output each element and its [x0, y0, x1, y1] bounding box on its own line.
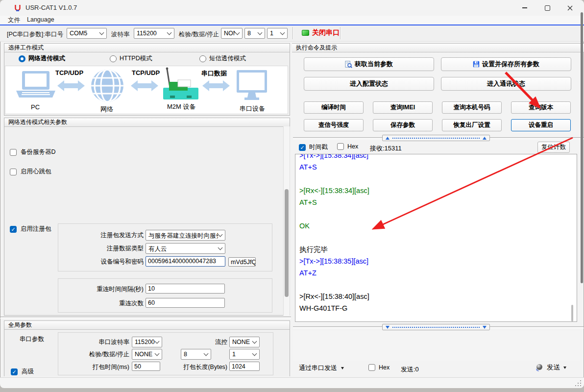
scrollbar-thumb[interactable]: [285, 189, 289, 297]
reg-type-select[interactable]: 有人云: [146, 243, 225, 254]
chevron-down-icon: [218, 232, 223, 237]
reconnect-fieldset: 重连时间间隔(秒) 10 重连次数 60: [58, 278, 272, 313]
databits-select[interactable]: 8: [244, 28, 265, 39]
flow-select[interactable]: NONE: [229, 337, 260, 347]
reconnect-interval-input[interactable]: 10: [146, 284, 225, 294]
checkbox-icon: [368, 364, 375, 371]
chevron-down-icon: [155, 351, 160, 356]
send-textarea[interactable]: [293, 331, 580, 361]
regpack-fieldset: 注册包发送方式 与服务器建立连接时向服务 注册数据类型 有人云 设备编号和密码 …: [58, 223, 272, 271]
baud-select[interactable]: 115200: [134, 28, 174, 39]
reconnect-times-label: 重连次数: [62, 299, 144, 308]
window-scrollbar-thumb[interactable]: [581, 12, 583, 283]
save-params-button[interactable]: 保存参数: [373, 119, 433, 131]
topology-diagram: TCP/UDP TCP/UDP 串口数据 PC 网络 M2M 设备 串口设备: [5, 66, 288, 114]
device-restart-button[interactable]: 设备重启: [511, 119, 571, 131]
menu-language[interactable]: Language: [27, 16, 54, 23]
chevron-down-icon: [204, 351, 209, 356]
title-bar: USR-CAT1 V1.0.7: [0, 0, 584, 16]
app-window: USR-CAT1 V1.0.7 文件 Language [PC串口参数]:串口号…: [0, 0, 584, 388]
query-number-button[interactable]: 查询本机号码: [442, 101, 502, 114]
log-area[interactable]: >[Tx->][15:38:34][asc]AT+S >[Rx<-][15:38…: [295, 154, 577, 322]
link-label: 串口数据: [201, 69, 227, 78]
g-databits-select[interactable]: 8: [181, 349, 211, 360]
node-label: 串口设备: [240, 104, 265, 113]
maximize-button[interactable]: [536, 0, 559, 16]
pc-port-label: [PC串口参数]:串口号: [7, 30, 63, 39]
heartbeat-checkbox[interactable]: 启用心跳包: [10, 168, 51, 176]
received-count: 接收:15311: [370, 144, 402, 153]
minimize-button[interactable]: [513, 0, 536, 16]
reconnect-times-input[interactable]: 60: [146, 298, 225, 308]
g-stopbits-select[interactable]: 1: [229, 349, 260, 360]
m2m-module-icon: [163, 68, 198, 99]
set-save-all-button[interactable]: 设置并保存所有参数: [441, 57, 571, 71]
log-line: >[Rx<-][15:38:40][asc]: [299, 291, 577, 302]
com-port-select[interactable]: COM5: [67, 28, 107, 39]
log-splitter-handle[interactable]: [382, 135, 490, 141]
log-line: [299, 173, 577, 185]
log-line: AT+S: [299, 161, 577, 173]
log-line: [299, 232, 577, 244]
pack-len-label: 打包长度(Bytes): [171, 363, 227, 371]
query-imei-button[interactable]: 查询IMEI: [373, 101, 433, 114]
timestamp-checkbox[interactable]: ✓ 时间戳: [299, 143, 328, 151]
send-via-serial-dropdown[interactable]: 通过串口发送: [299, 364, 344, 372]
reset-count-button[interactable]: 复位计数: [537, 142, 570, 153]
enter-config-button[interactable]: 进入配置状态: [304, 77, 434, 91]
parity-select[interactable]: NONI: [221, 28, 243, 39]
link-label: TCP/UDP: [132, 69, 160, 76]
reg-send-mode-select[interactable]: 与服务器建立连接时向服务: [146, 230, 225, 241]
pack-len-input[interactable]: 1024: [229, 362, 260, 371]
send-hex-checkbox[interactable]: Hex: [368, 364, 389, 371]
serial-device-icon: [237, 70, 267, 100]
log-scrollbar-thumb[interactable]: [571, 305, 573, 321]
left-panel-scrollbar[interactable]: [283, 126, 290, 316]
collapse-down-icon: [483, 326, 487, 329]
chevron-down-icon: [99, 30, 104, 35]
g-baud-select[interactable]: 115200: [132, 337, 162, 347]
close-button[interactable]: [559, 0, 581, 16]
log-line: >[Tx->][15:38:34][asc]: [299, 154, 577, 161]
baud-label: 波特率: [111, 30, 130, 39]
close-port-button[interactable]: 关闭串口: [312, 28, 340, 37]
pack-time-input[interactable]: 50: [132, 362, 160, 371]
left-splitter[interactable]: [0, 317, 291, 318]
log-line: AT+S: [299, 196, 577, 208]
checkbox-checked-icon: ✓: [10, 226, 17, 233]
log-line: [299, 208, 577, 220]
radio-sms-passthrough[interactable]: 短信透传模式: [199, 54, 246, 63]
get-params-button[interactable]: 获取当前参数: [304, 57, 434, 71]
net-params-title: 网络透传模式相关参数: [4, 118, 290, 127]
checkbox-icon: [10, 169, 17, 175]
advanced-checkbox[interactable]: ✓ 高级: [11, 368, 34, 376]
query-version-button[interactable]: 查询版本: [511, 101, 571, 114]
stopbits-select[interactable]: 1: [267, 28, 288, 39]
reg-type-label: 注册数据类型: [62, 245, 144, 253]
port-open-led-icon: [302, 30, 309, 36]
radio-httpd-mode[interactable]: HTTPD模式: [110, 54, 152, 63]
send-button[interactable]: 发送: [535, 363, 566, 372]
resize-grip[interactable]: [575, 380, 581, 386]
radio-net-passthrough[interactable]: 网络透传模式: [19, 54, 65, 63]
backup-server-checkbox[interactable]: 备份服务器D: [10, 148, 56, 156]
sent-count: 发送:0: [401, 365, 419, 374]
serial-fieldset: 串口波特率 115200 流控 NONE 检验/数据/停止 NONE 8 1 打…: [58, 332, 273, 375]
factory-reset-button[interactable]: 恢复出厂设置: [442, 119, 502, 131]
status-bar: [0, 377, 584, 388]
g-parity-select[interactable]: NONE: [132, 349, 162, 360]
device-id-input[interactable]: 00059614000000047283: [146, 256, 225, 267]
enter-comm-button[interactable]: 进入通讯状态: [441, 77, 571, 91]
compile-time-button[interactable]: 编译时间: [304, 101, 364, 114]
splitter-dots: [392, 327, 480, 328]
send-splitter-handle[interactable]: [382, 324, 490, 330]
regpack-checkbox[interactable]: ✓ 启用注册包: [10, 225, 51, 233]
device-password-field[interactable]: mVd5JfQ: [228, 257, 256, 267]
menu-file[interactable]: 文件: [8, 16, 20, 24]
signal-strength-button[interactable]: 查信号强度: [304, 119, 364, 131]
radio-icon: [199, 55, 206, 62]
reg-send-mode-label: 注册包发送方式: [62, 231, 144, 240]
checkbox-checked-icon: ✓: [299, 144, 306, 151]
log-line: 执行完毕: [299, 244, 577, 255]
recv-hex-checkbox[interactable]: Hex: [337, 143, 358, 150]
